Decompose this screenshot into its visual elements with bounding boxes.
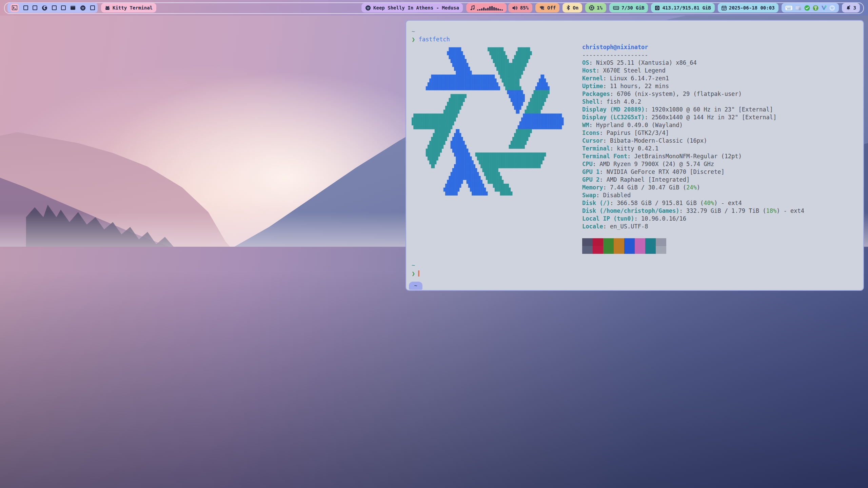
workspace-9[interactable] [90,5,95,10]
palette-swatch [635,238,645,246]
palette-swatch [656,246,666,254]
palette-swatch [635,246,645,254]
info-line: Icons: Papirus [GTK2/3/4] [582,129,804,137]
info-line: christoph@nixinator [582,43,804,51]
cat-icon [105,5,110,10]
disk-widget[interactable]: 413.17/915.81 GiB [651,3,714,13]
disk-icon [655,5,660,11]
active-window-title[interactable]: Kitty Terminal [101,3,156,13]
workspace-1-active[interactable] [10,3,19,12]
palette-swatch [645,238,656,246]
key-icon[interactable] [813,5,818,11]
palette-swatch [614,238,624,246]
info-line: Display (LC32G5xT): 868x488 @ 144 Hz i… [582,114,804,121]
clock-label: 2025-06-18 00:03 [729,5,775,11]
ram-icon [613,5,619,10]
bell-icon [846,5,851,11]
info-line: Shell: fish 4.0.2 [582,98,804,106]
palette-swatch [593,238,603,246]
workspace-5[interactable] [52,5,57,10]
bluetooth-icon [566,5,570,11]
info-line: Local IP (tun0): 10.96.0.16/16 [582,215,804,223]
memory-label: 7/30 GiB [622,5,644,11]
spotify-tray-icon[interactable] [829,5,835,11]
cpu-widget[interactable]: 1% [585,3,606,13]
status-bar: Kitty Terminal Keep Shelly In Athens - M… [0,0,868,16]
window-title-label: Kitty Terminal [113,5,153,11]
fastfetch-info: christoph@nixinator-------------------OS… [582,43,804,254]
check-circle-icon[interactable] [804,5,810,11]
text-cursor [418,270,419,277]
clock-widget[interactable]: 2025-06-18 00:03 [718,3,778,13]
prompt-symbol: ❯ [412,36,415,43]
spotify-icon [365,5,371,11]
vesktop-icon[interactable] [821,5,827,11]
bluetooth-label: On [573,5,578,11]
info-line: Uptime: 11 hours, 22 mins [582,82,804,90]
speaker-icon [512,5,518,11]
palette-swatch [603,238,614,246]
info-line: ------------------- [582,51,804,59]
cpu-label: 1% [597,5,603,11]
prompt-cwd: ~ [412,28,415,35]
terminal-window[interactable]: ~ ❯ fastfetch christoph@nixinator-------… [406,20,864,291]
info-line: Cursor: Bibata-Modern-Classic (16px) [582,137,804,145]
info-line: CPU: AMD Ryzen 9 7900X (24) @ 5.74 GHz [582,160,804,168]
palette-swatch [645,246,656,254]
palette-bright [582,246,804,254]
screenshot-lock-icon[interactable] [795,5,802,11]
info-line: Disk (/home/christoph/Games): 332.79 GiB… [582,207,804,215]
now-playing-label: Keep Shelly In Athens - Medusa [373,5,459,11]
info-line: Swap: Disabled [582,191,804,199]
palette-swatch [614,246,624,254]
workspace-2[interactable] [23,5,28,10]
workspace-6[interactable] [61,5,66,10]
terminal-tab[interactable]: ~ [409,282,422,290]
info-line: Terminal: kitty 0.42.1 [582,145,804,152]
palette-swatch [656,238,666,246]
palette-swatch [624,246,635,254]
info-line: Locale: en_US.UTF-8 [582,223,804,230]
info-line: GPU 1: NVIDIA GeForce RTX 4070 [Discrete… [582,168,804,176]
disk-label: 413.17/915.81 GiB [662,5,711,11]
palette-swatch [593,246,603,254]
info-line: Display (MD 20889): 1920x1080 @ 60 Hz in… [582,106,804,114]
terminal-tab-bar: ~ [406,281,863,290]
workspace-3[interactable] [33,5,37,10]
cpu-icon [589,5,594,11]
palette-swatch [582,238,593,246]
workspace-7[interactable] [70,5,76,10]
workspace-8[interactable] [80,5,86,11]
prompt-symbol: ❯ [412,270,415,277]
info-line: WM: Hyprland 0.49.0 (Wayland) [582,121,804,129]
audio-visualizer-widget[interactable] [466,3,507,13]
workspace-switcher [7,3,98,13]
volume-widget[interactable]: 85% [508,3,532,13]
workspace-4[interactable] [42,5,47,11]
media-player-widget[interactable]: Keep Shelly In Athens - Medusa [361,3,463,13]
bluetooth-widget[interactable]: On [563,3,582,13]
notifications-widget[interactable]: 3 [842,3,860,13]
prompt-cwd: ~ [412,262,415,269]
keyboard-icon[interactable] [785,5,792,11]
nixos-logo [412,43,567,199]
network-widget[interactable]: Off [535,3,559,13]
memory-widget[interactable]: 7/30 GiB [609,3,648,13]
info-line: Host: X670E Steel Legend [582,67,804,75]
network-label: Off [547,5,556,11]
volume-label: 85% [520,5,529,11]
equalizer-bars [477,5,503,11]
info-line: Terminal Font: JetBrainsMonoNFM-Regular … [582,152,804,160]
terminal-content[interactable]: ~ ❯ fastfetch christoph@nixinator-------… [406,21,863,290]
info-line: Memory: 7.44 GiB / 30.47 GiB (24%) [582,184,804,191]
palette-swatch [582,246,593,254]
system-tray [782,3,839,13]
palette-normal [582,238,804,246]
terminal-icon [12,5,17,10]
calendar-icon [722,5,727,11]
wifi-off-icon [539,5,545,11]
command-text [415,36,418,43]
notification-count: 3 [853,5,856,11]
palette-swatch [603,246,614,254]
music-note-icon [470,5,475,11]
